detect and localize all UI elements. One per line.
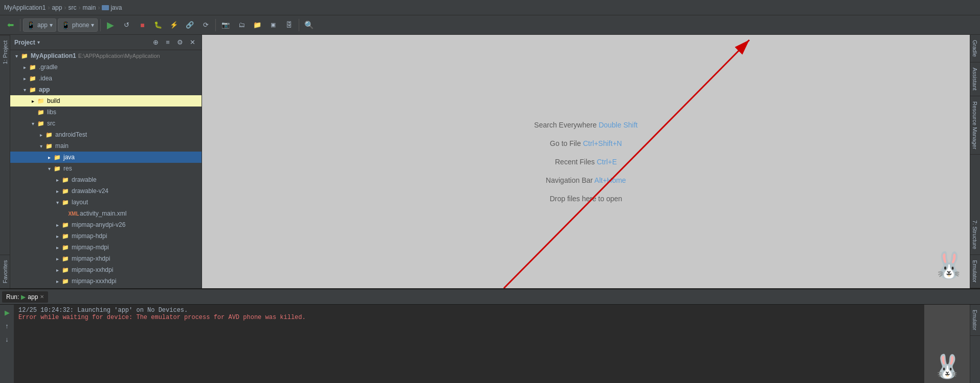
drawable-v24-icon: 📁: [61, 187, 70, 195]
tree-gradle[interactable]: ▸ 📁 .gradle: [10, 61, 202, 73]
tree-res[interactable]: ▾ 📁 res: [10, 163, 202, 174]
bottom-scroll-down[interactable]: ↓: [2, 333, 13, 345]
bottom-tabs-bar: Run: ▶ app ✕: [0, 289, 980, 305]
project-settings-icon[interactable]: ⚙: [175, 37, 185, 48]
tree-mipmap-hdpi[interactable]: ▸ 📁 mipmap-hdpi: [10, 230, 202, 242]
mipmap-xhdpi-icon: 📁: [61, 254, 70, 263]
project-hide-icon[interactable]: ✕: [187, 37, 197, 48]
phone-dropdown[interactable]: 📱 phone ▾: [58, 18, 98, 32]
app-dropdown[interactable]: 📱 app ▾: [23, 18, 56, 32]
assistant-tab[interactable]: Assistant: [970, 62, 980, 96]
breadcrumb-java[interactable]: java: [110, 4, 122, 11]
hint1-shortcut: Double Shift: [598, 121, 637, 129]
resource-manager-tab[interactable]: Resource Manager: [970, 96, 980, 155]
refresh-button[interactable]: ↺: [119, 18, 133, 32]
layout-label: layout: [72, 199, 88, 206]
run-tab-label: Run:: [6, 293, 19, 301]
sdk-manager-button[interactable]: 🗂: [234, 18, 249, 32]
tree-drawable[interactable]: ▸ 📁 drawable: [10, 174, 202, 185]
tree-mipmap-mdpi[interactable]: ▸ 📁 mipmap-mdpi: [10, 242, 202, 253]
structure-tab[interactable]: 7: Structure: [970, 215, 980, 255]
project-scope-icon[interactable]: ⊕: [150, 37, 161, 48]
search-everywhere-button[interactable]: 🔍: [302, 18, 316, 32]
profile-button[interactable]: ⚡: [167, 18, 181, 32]
mipmap-xxhdpi-icon: 📁: [61, 266, 70, 274]
sync-button[interactable]: ⟳: [198, 18, 213, 32]
mipmap-hdpi-icon: 📁: [61, 232, 70, 240]
tree-layout[interactable]: ▾ 📁 layout: [10, 197, 202, 208]
tree-mipmap-xxhdpi[interactable]: ▸ 📁 mipmap-xxhdpi: [10, 264, 202, 275]
navigate-back-button[interactable]: ⬅: [3, 18, 17, 32]
androidtest-label: androidTest: [55, 131, 87, 138]
breadcrumb-src[interactable]: src: [68, 4, 76, 11]
gradle-tab[interactable]: Gradle: [970, 35, 980, 62]
run-tab-icon: ▶: [21, 293, 26, 301]
right-vtabs: Gradle Assistant Resource Manager 7: Str…: [970, 35, 980, 288]
build-label: build: [47, 97, 60, 104]
xml-file-icon: XML: [70, 209, 78, 218]
layout-arrow: ▾: [53, 198, 61, 206]
file-tree: ▾ 📁 MyApplication1 E:\APPApplication\MyA…: [10, 50, 202, 288]
log-line1: 12/25 10:24:32: Launching 'app' on No De…: [18, 307, 920, 314]
cute-character: 🐰: [933, 252, 965, 278]
emulator-section: 🐰: [924, 305, 970, 383]
separator3: [215, 19, 216, 31]
root-label: MyApplication1: [31, 52, 76, 59]
tree-idea[interactable]: ▸ 📁 .idea: [10, 73, 202, 84]
debug-button[interactable]: 🐛: [151, 18, 165, 32]
project-dropdown-arrow[interactable]: ▾: [37, 39, 40, 45]
database-button[interactable]: 🗄: [282, 18, 296, 32]
tree-libs[interactable]: ▸ 📁 libs: [10, 107, 202, 118]
tree-java[interactable]: ▸ 📁 java: [10, 152, 202, 163]
emulator-bottom-tab[interactable]: Emulator: [970, 305, 980, 336]
src-icon: 📁: [37, 119, 45, 127]
tree-mipmap-xhdpi[interactable]: ▸ 📁 mipmap-xhdpi: [10, 253, 202, 264]
editor-hint-1: Search Everywhere Double Shift: [534, 121, 637, 129]
favorites-tab[interactable]: Favorites: [0, 254, 10, 288]
separator4: [299, 19, 299, 31]
tree-src[interactable]: ▾ 📁 src: [10, 118, 202, 129]
run-tab-close[interactable]: ✕: [40, 294, 44, 300]
tree-androidtest[interactable]: ▸ 📁 androidTest: [10, 129, 202, 140]
tree-activity-main[interactable]: ▸ XML activity_main.xml: [10, 208, 202, 219]
mipmap-xxxhdpi-label: mipmap-xxxhdpi: [72, 278, 116, 285]
src-arrow: ▾: [29, 119, 37, 127]
idea-label: .idea: [39, 75, 52, 82]
mipmap-anydpi-icon: 📁: [61, 221, 70, 229]
breadcrumb-main[interactable]: main: [82, 4, 96, 11]
bottom-right-tabs: Emulator: [970, 305, 980, 383]
tree-main[interactable]: ▾ 📁 main: [10, 140, 202, 152]
project-tab[interactable]: 1: Project: [0, 35, 10, 69]
bottom-panel: Run: ▶ app ✕ ▶ ↑ ↓ 12/25 10:24:32: Launc…: [0, 288, 980, 383]
attach-button[interactable]: 🔗: [183, 18, 197, 32]
breadcrumb-project[interactable]: MyApplication1: [4, 4, 46, 11]
run-log: 12/25 10:24:32: Launching 'app' on No De…: [14, 305, 924, 383]
editor-hint-2: Go to File Ctrl+Shift+N: [550, 139, 622, 147]
editor-area[interactable]: Search Everywhere Double Shift Go to Fil…: [202, 35, 970, 288]
tree-build[interactable]: ▸ 📁 build: [10, 95, 202, 107]
tree-mipmap-xxxhdpi[interactable]: ▸ 📁 mipmap-xxxhdpi: [10, 275, 202, 287]
project-header-icons: ⊕ ≡ ⚙ ✕: [150, 37, 197, 48]
mipmap-mdpi-arrow: ▸: [53, 243, 61, 251]
layout-inspector-button[interactable]: ▣: [266, 18, 280, 32]
tree-root[interactable]: ▾ 📁 MyApplication1 E:\APPApplication\MyA…: [10, 50, 202, 61]
tree-mipmap-anydpi[interactable]: ▸ 📁 mipmap-anydpi-v26: [10, 219, 202, 230]
avd-manager-button[interactable]: 📷: [218, 18, 233, 32]
res-label: res: [63, 165, 72, 172]
bottom-run-button[interactable]: ▶: [2, 307, 13, 318]
project-collapse-icon[interactable]: ≡: [163, 37, 173, 48]
run-button[interactable]: ▶: [103, 18, 118, 32]
device-file-button[interactable]: 📁: [250, 18, 264, 32]
emulator-tab-right[interactable]: Emulator: [970, 255, 980, 288]
mipmap-hdpi-arrow: ▸: [53, 232, 61, 240]
toolbar: ⬅ 📱 app ▾ 📱 phone ▾ ▶ ↺ ■ 🐛 ⚡ 🔗 ⟳ 📷 🗂 📁 …: [0, 15, 980, 35]
run-tab[interactable]: Run: ▶ app ✕: [2, 291, 48, 303]
drawable-arrow: ▸: [53, 176, 61, 184]
tree-app[interactable]: ▾ 📁 app: [10, 84, 202, 95]
emulator-character: 🐰: [933, 353, 962, 380]
tree-drawable-v24[interactable]: ▸ 📁 drawable-v24: [10, 185, 202, 197]
breadcrumb-app[interactable]: app: [52, 4, 62, 11]
stop-button[interactable]: ■: [135, 18, 149, 32]
phone-dropdown-arrow: ▾: [91, 22, 94, 29]
bottom-scroll-up[interactable]: ↑: [2, 320, 13, 331]
